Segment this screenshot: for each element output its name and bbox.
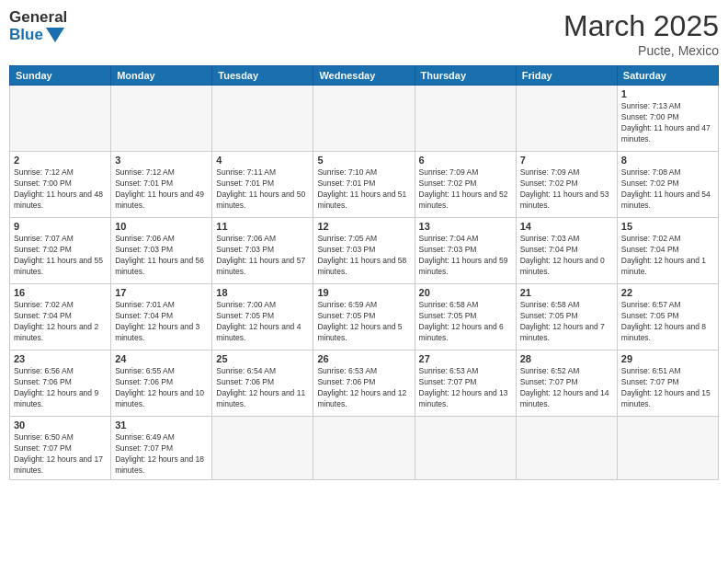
header-tuesday: Tuesday: [212, 66, 313, 86]
day-3: 3 Sunrise: 7:12 AMSunset: 7:01 PMDayligh…: [111, 152, 212, 218]
day-empty-11: [617, 417, 718, 480]
day-4: 4 Sunrise: 7:11 AMSunset: 7:01 PMDayligh…: [212, 152, 313, 218]
day-12: 12 Sunrise: 7:05 AMSunset: 7:03 PMDaylig…: [313, 218, 415, 284]
month-title: March 2025: [563, 9, 719, 43]
day-9: 9 Sunrise: 7:07 AMSunset: 7:02 PMDayligh…: [10, 218, 111, 284]
day-5: 5 Sunrise: 7:10 AMSunset: 7:01 PMDayligh…: [313, 152, 415, 218]
day-25: 25 Sunrise: 6:54 AMSunset: 7:06 PMDaylig…: [212, 350, 313, 417]
title-section: March 2025 Pucte, Mexico: [563, 9, 719, 58]
week-row-1: 1 Sunrise: 7:13 AMSunset: 7:00 PMDayligh…: [10, 86, 719, 152]
header-monday: Monday: [111, 66, 212, 86]
day-empty-2: [111, 86, 212, 152]
day-empty-8: [313, 417, 415, 480]
day-22: 22 Sunrise: 6:57 AMSunset: 7:05 PMDaylig…: [617, 284, 718, 350]
day-2: 2 Sunrise: 7:12 AMSunset: 7:00 PMDayligh…: [10, 152, 111, 218]
day-19: 19 Sunrise: 6:59 AMSunset: 7:05 PMDaylig…: [313, 284, 415, 350]
day-30: 30 Sunrise: 6:50 AMSunset: 7:07 PMDaylig…: [10, 417, 111, 480]
header-thursday: Thursday: [415, 66, 516, 86]
day-14: 14 Sunrise: 7:03 AMSunset: 7:04 PMDaylig…: [516, 218, 617, 284]
location: Pucte, Mexico: [563, 43, 719, 58]
logo: General Blue: [9, 9, 67, 43]
day-empty-7: [212, 417, 313, 480]
day-13: 13 Sunrise: 7:04 AMSunset: 7:03 PMDaylig…: [415, 218, 516, 284]
header-sunday: Sunday: [10, 66, 111, 86]
day-empty-1: [10, 86, 111, 152]
day-10: 10 Sunrise: 7:06 AMSunset: 7:03 PMDaylig…: [111, 218, 212, 284]
day-empty-9: [415, 417, 516, 480]
day-7: 7 Sunrise: 7:09 AMSunset: 7:02 PMDayligh…: [516, 152, 617, 218]
day-24: 24 Sunrise: 6:55 AMSunset: 7:06 PMDaylig…: [111, 350, 212, 417]
day-29: 29 Sunrise: 6:51 AMSunset: 7:07 PMDaylig…: [617, 350, 718, 417]
week-row-6: 30 Sunrise: 6:50 AMSunset: 7:07 PMDaylig…: [10, 417, 719, 480]
day-27: 27 Sunrise: 6:53 AMSunset: 7:07 PMDaylig…: [415, 350, 516, 417]
day-15: 15 Sunrise: 7:02 AMSunset: 7:04 PMDaylig…: [617, 218, 718, 284]
day-empty-10: [516, 417, 617, 480]
svg-marker-0: [46, 28, 64, 42]
day-23: 23 Sunrise: 6:56 AMSunset: 7:06 PMDaylig…: [10, 350, 111, 417]
week-row-5: 23 Sunrise: 6:56 AMSunset: 7:06 PMDaylig…: [10, 350, 719, 417]
header-wednesday: Wednesday: [313, 66, 415, 86]
weekday-header-row: Sunday Monday Tuesday Wednesday Thursday…: [10, 66, 719, 86]
week-row-2: 2 Sunrise: 7:12 AMSunset: 7:00 PMDayligh…: [10, 152, 719, 218]
day-28: 28 Sunrise: 6:52 AMSunset: 7:07 PMDaylig…: [516, 350, 617, 417]
week-row-3: 9 Sunrise: 7:07 AMSunset: 7:02 PMDayligh…: [10, 218, 719, 284]
day-empty-6: [516, 86, 617, 152]
day-11: 11 Sunrise: 7:06 AMSunset: 7:03 PMDaylig…: [212, 218, 313, 284]
calendar: Sunday Monday Tuesday Wednesday Thursday…: [9, 65, 719, 480]
header-saturday: Saturday: [617, 66, 718, 86]
day-1: 1 Sunrise: 7:13 AMSunset: 7:00 PMDayligh…: [617, 86, 718, 152]
day-20: 20 Sunrise: 6:58 AMSunset: 7:05 PMDaylig…: [415, 284, 516, 350]
day-18: 18 Sunrise: 7:00 AMSunset: 7:05 PMDaylig…: [212, 284, 313, 350]
day-6: 6 Sunrise: 7:09 AMSunset: 7:02 PMDayligh…: [415, 152, 516, 218]
header: General Blue March 2025 Pucte, Mexico: [9, 9, 719, 58]
day-31: 31 Sunrise: 6:49 AMSunset: 7:07 PMDaylig…: [111, 417, 212, 480]
day-8: 8 Sunrise: 7:08 AMSunset: 7:02 PMDayligh…: [617, 152, 718, 218]
day-21: 21 Sunrise: 6:58 AMSunset: 7:05 PMDaylig…: [516, 284, 617, 350]
day-17: 17 Sunrise: 7:01 AMSunset: 7:04 PMDaylig…: [111, 284, 212, 350]
week-row-4: 16 Sunrise: 7:02 AMSunset: 7:04 PMDaylig…: [10, 284, 719, 350]
day-empty-5: [415, 86, 516, 152]
day-16: 16 Sunrise: 7:02 AMSunset: 7:04 PMDaylig…: [10, 284, 111, 350]
day-empty-3: [212, 86, 313, 152]
day-empty-4: [313, 86, 415, 152]
day-26: 26 Sunrise: 6:53 AMSunset: 7:06 PMDaylig…: [313, 350, 415, 417]
header-friday: Friday: [516, 66, 617, 86]
